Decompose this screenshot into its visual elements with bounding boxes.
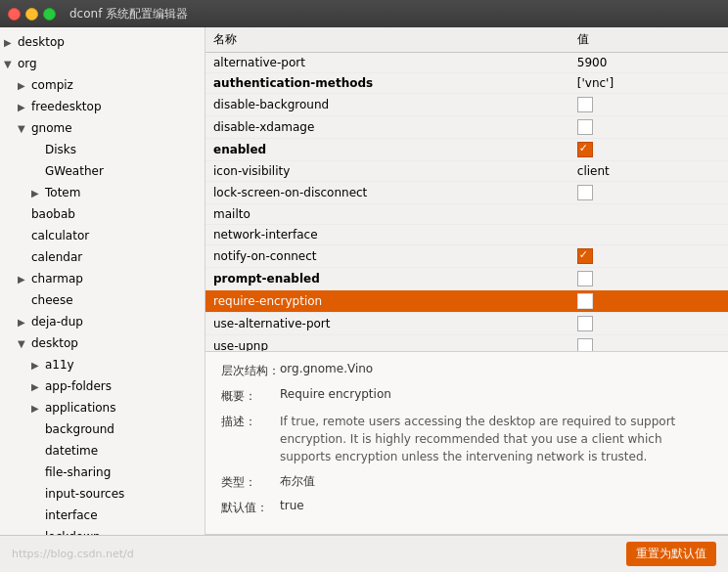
sidebar-item-lockdown[interactable]: lockdown: [0, 526, 205, 535]
default-row: 默认值： true: [221, 499, 712, 516]
sidebar-item-cheese[interactable]: cheese: [0, 289, 205, 311]
desc-row: 描述： If true, remote users accessing the …: [221, 413, 712, 465]
setting-checkbox[interactable]: [577, 119, 593, 135]
desc-label: 描述：: [221, 413, 280, 430]
setting-value-cell: [569, 182, 728, 204]
setting-value-cell: client: [569, 161, 728, 182]
type-label: 类型：: [221, 473, 280, 491]
tree-arrow-desktop-root: ▶: [4, 37, 18, 48]
setting-name-cell: authentication-methods: [205, 73, 569, 94]
sidebar-item-a11y[interactable]: ▶a11y: [0, 354, 205, 375]
sidebar-label-a11y: a11y: [45, 358, 74, 372]
table-row[interactable]: alternative-port5900: [205, 53, 728, 73]
sidebar-item-desktop[interactable]: ▼desktop: [0, 332, 205, 354]
close-button[interactable]: [8, 8, 21, 21]
setting-checkbox[interactable]: [577, 185, 593, 200]
minimize-button[interactable]: [25, 8, 38, 21]
sidebar-item-input-sources[interactable]: input-sources: [0, 483, 205, 505]
setting-value-cell: [569, 94, 728, 116]
setting-name-cell: network-interface: [205, 225, 569, 245]
maximize-button[interactable]: [43, 8, 56, 21]
tree-arrow-org: ▼: [4, 59, 18, 69]
setting-checkbox[interactable]: [577, 316, 593, 331]
hierarchy-label: 层次结构：: [221, 362, 280, 379]
setting-value-cell: [569, 204, 728, 225]
table-row[interactable]: disable-xdamage: [205, 116, 728, 139]
main-container: ▶desktop▼org▶compiz▶freedesktop▼gnomeDis…: [0, 27, 728, 535]
table-row[interactable]: network-interface: [205, 225, 728, 245]
sidebar-item-interface[interactable]: interface: [0, 505, 205, 526]
table-row[interactable]: disable-background: [205, 94, 728, 116]
sidebar-label-compiz: compiz: [31, 78, 73, 92]
summary-row: 概要： Require encryption: [221, 387, 712, 405]
sidebar-item-datetime[interactable]: datetime: [0, 440, 205, 462]
table-row[interactable]: prompt-enabled: [205, 268, 728, 290]
setting-value-cell: [569, 268, 728, 290]
table-row[interactable]: mailto: [205, 204, 728, 225]
sidebar-label-gweather: GWeather: [45, 164, 104, 178]
sidebar-item-baobab[interactable]: baobab: [0, 203, 205, 225]
sidebar-label-calculator: calculator: [31, 229, 89, 242]
setting-name-cell: use-alternative-port: [205, 313, 569, 335]
sidebar-item-totem[interactable]: ▶Totem: [0, 182, 205, 203]
sidebar-item-file-sharing[interactable]: file-sharing: [0, 462, 205, 483]
setting-name-cell: enabled: [205, 139, 569, 161]
watermark: https://blog.csdn.net/d: [12, 548, 134, 560]
sidebar-label-deja-dup: deja-dup: [31, 315, 83, 329]
sidebar-label-file-sharing: file-sharing: [45, 465, 111, 479]
col-name-header: 名称: [205, 27, 569, 53]
tree-arrow-freedesktop: ▶: [18, 102, 31, 112]
sidebar-item-gweather[interactable]: GWeather: [0, 160, 205, 182]
table-row[interactable]: authentication-methods['vnc']: [205, 73, 728, 94]
setting-value-cell: 5900: [569, 53, 728, 73]
setting-checkbox[interactable]: [577, 142, 593, 157]
tree-arrow-a11y: ▶: [31, 360, 45, 371]
setting-name-cell: disable-xdamage: [205, 116, 569, 139]
sidebar-item-app-folders[interactable]: ▶app-folders: [0, 375, 205, 397]
hierarchy-value: org.gnome.Vino: [280, 362, 712, 375]
sidebar-label-interface: interface: [45, 508, 98, 522]
setting-checkbox[interactable]: [577, 293, 593, 309]
table-row[interactable]: require-encryption: [205, 290, 728, 313]
setting-checkbox[interactable]: [577, 248, 593, 264]
setting-checkbox[interactable]: [577, 271, 593, 286]
sidebar-item-gnome[interactable]: ▼gnome: [0, 117, 205, 139]
summary-label: 概要：: [221, 387, 280, 405]
setting-checkbox[interactable]: [577, 97, 593, 112]
sidebar-item-background[interactable]: background: [0, 418, 205, 440]
setting-name-cell: icon-visibility: [205, 161, 569, 182]
table-row[interactable]: enabled: [205, 139, 728, 161]
window-controls: [8, 8, 56, 21]
sidebar-item-compiz[interactable]: ▶compiz: [0, 74, 205, 96]
sidebar-item-calculator[interactable]: calculator: [0, 225, 205, 246]
table-row[interactable]: icon-visibilityclient: [205, 161, 728, 182]
setting-name-cell: prompt-enabled: [205, 268, 569, 290]
table-row[interactable]: notify-on-connect: [205, 245, 728, 268]
setting-value-cell: ['vnc']: [569, 73, 728, 94]
sidebar-item-freedesktop[interactable]: ▶freedesktop: [0, 96, 205, 117]
sidebar-label-desktop: desktop: [31, 336, 78, 350]
sidebar-item-desktop-root[interactable]: ▶desktop: [0, 31, 205, 53]
sidebar-label-input-sources: input-sources: [45, 487, 124, 501]
sidebar-item-disks[interactable]: Disks: [0, 139, 205, 160]
sidebar-item-calendar[interactable]: calendar: [0, 246, 205, 268]
default-label: 默认值：: [221, 499, 280, 516]
setting-name-cell: require-encryption: [205, 290, 569, 313]
tree-arrow-deja-dup: ▶: [18, 317, 31, 328]
sidebar-item-applications[interactable]: ▶applications: [0, 397, 205, 418]
window-title: dconf 系统配置编辑器: [69, 6, 188, 22]
settings-table-area[interactable]: 名称 值 alternative-port5900authentication-…: [205, 27, 728, 352]
sidebar-label-org: org: [18, 57, 37, 70]
sidebar-item-org[interactable]: ▼org: [0, 53, 205, 74]
titlebar: dconf 系统配置编辑器: [0, 0, 728, 27]
table-row[interactable]: lock-screen-on-disconnect: [205, 182, 728, 204]
setting-checkbox[interactable]: [577, 338, 593, 352]
desc-value: If true, remote users accessing the desk…: [280, 413, 712, 465]
table-row[interactable]: use-alternative-port: [205, 313, 728, 335]
sidebar-label-gnome: gnome: [31, 121, 72, 135]
sidebar-item-deja-dup[interactable]: ▶deja-dup: [0, 311, 205, 332]
table-row[interactable]: use-upnp: [205, 335, 728, 353]
reset-default-button[interactable]: 重置为默认值: [626, 542, 716, 566]
sidebar-item-charmap[interactable]: ▶charmap: [0, 268, 205, 289]
setting-name-cell: alternative-port: [205, 53, 569, 73]
